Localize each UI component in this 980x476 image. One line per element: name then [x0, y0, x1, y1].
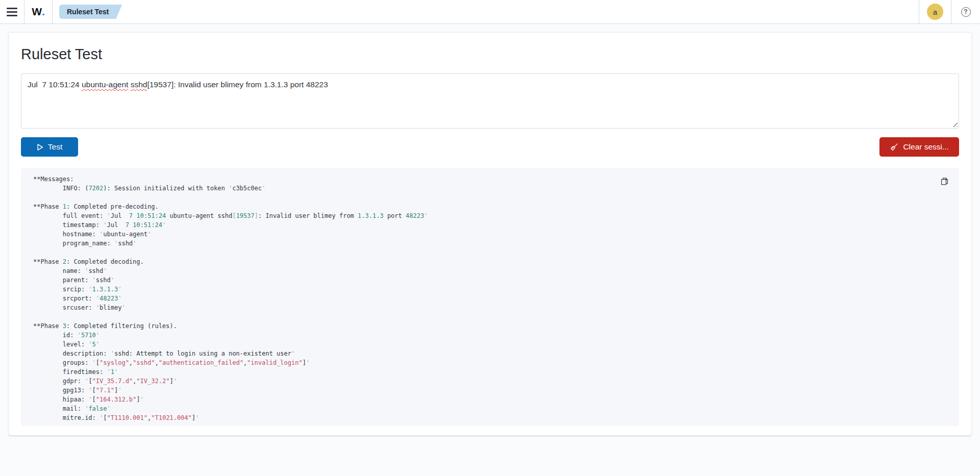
- avatar-initial: a: [933, 8, 937, 16]
- console-line: gdpr: '["IV_35.7.d","IV_32.2"]': [33, 377, 947, 386]
- wazuh-logo[interactable]: W.: [24, 0, 52, 23]
- log-input-content: Jul 7 10:51:24 ubuntu-agent sshd[19537]:…: [28, 79, 952, 90]
- help-icon[interactable]: ?: [961, 7, 971, 17]
- console-line: level: '5': [33, 340, 947, 349]
- actions-row: Test Clear sessi...: [21, 137, 959, 157]
- console-line: groups: '["syslog","sshd","authenticatio…: [33, 358, 947, 367]
- test-button-label: Test: [48, 142, 62, 152]
- hamburger-icon: [7, 8, 17, 9]
- console-line: mail: 'false': [33, 404, 947, 413]
- console-line: full event: 'Jul 7 10:51:24 ubuntu-agent…: [33, 211, 947, 220]
- copy-icon: [940, 177, 949, 186]
- test-output-panel: **Messages: INFO: (7202): Session initia…: [21, 168, 959, 426]
- test-output-lines: **Messages: INFO: (7202): Session initia…: [33, 174, 947, 422]
- console-line: srcuser: 'blimey': [33, 303, 947, 312]
- console-line: **Phase 1: Completed pre-decoding.: [33, 202, 947, 211]
- console-line: [33, 312, 947, 321]
- logo-dot: .: [42, 6, 45, 18]
- console-line: INFO: (7202): Session initialized with t…: [33, 184, 947, 193]
- menu-hamburger-button[interactable]: [0, 0, 24, 23]
- console-line: srcip: '1.3.1.3': [33, 285, 947, 294]
- console-line: hostname: 'ubuntu-agent': [33, 230, 947, 239]
- top-navigation-bar: W. Ruleset Test a ?: [0, 0, 980, 24]
- page-title: Ruleset Test: [21, 46, 959, 63]
- clear-session-label: Clear sessi...: [903, 142, 949, 152]
- ruleset-test-panel: Ruleset Test Jul 7 10:51:24 ubuntu-agent…: [8, 32, 972, 436]
- console-line: firedtimes: '1': [33, 367, 947, 377]
- broom-icon: [890, 143, 898, 152]
- console-line: timestamp: 'Jul 7 10:51:24': [33, 220, 947, 230]
- console-line: parent: 'sshd': [33, 275, 947, 285]
- user-avatar[interactable]: a: [927, 4, 943, 20]
- console-line: program_name: 'sshd': [33, 239, 947, 248]
- tab-label: Ruleset Test: [67, 8, 109, 16]
- textarea-resize-handle[interactable]: [951, 120, 958, 127]
- logo-letter: W: [32, 6, 42, 18]
- console-line: [33, 248, 947, 257]
- console-line: srcport: '48223': [33, 294, 947, 303]
- console-line: **Phase 3: Completed filtering (rules).: [33, 321, 947, 331]
- console-line: [33, 193, 947, 202]
- copy-output-button[interactable]: [938, 175, 950, 187]
- console-line: **Phase 2: Completed decoding.: [33, 257, 947, 266]
- test-button[interactable]: Test: [21, 137, 78, 157]
- console-line: id: '5710': [33, 331, 947, 340]
- console-line: gpg13: '["7.1"]': [33, 386, 947, 395]
- clear-session-button[interactable]: Clear sessi...: [879, 137, 959, 157]
- console-line: hipaa: '["164.312.b"]': [33, 395, 947, 404]
- console-line: mitre.id: '["T1110.001","T1021.004"]': [33, 413, 947, 422]
- log-event-input[interactable]: Jul 7 10:51:24 ubuntu-agent sshd[19537]:…: [21, 73, 959, 129]
- tab-ruleset-test[interactable]: Ruleset Test: [59, 5, 113, 19]
- play-icon: [37, 143, 43, 151]
- console-line: name: 'sshd': [33, 266, 947, 275]
- console-line: description: 'sshd: Attempt to login usi…: [33, 349, 947, 358]
- console-line: **Messages:: [33, 174, 947, 184]
